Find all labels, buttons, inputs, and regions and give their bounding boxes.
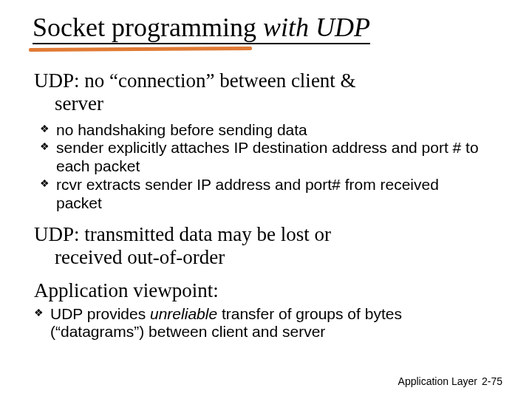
subhead1-line2: server [55,92,488,115]
list-item: rcvr extracts sender IP address and port… [40,176,480,213]
title-text-italic: with UDP [263,13,370,42]
list-item: UDP provides unreliable transfer of grou… [34,305,480,342]
bullet-list-1: no handshaking before sending data sende… [40,121,502,213]
bullet2-em: unreliable [150,305,217,322]
subhead1-line1: UDP: no “connection” between client & [34,69,356,92]
footer-label: Application Layer [398,375,477,387]
subhead2-line2: received out-of-order [55,246,502,269]
slide-title: Socket programming with UDP [33,13,370,43]
title-underline [33,43,370,44]
bullet-list-2: UDP provides unreliable transfer of grou… [34,305,502,342]
slide: Socket programming with UDP UDP: no “con… [0,0,532,399]
marker-highlight [29,47,252,52]
list-item: no handshaking before sending data [40,121,480,140]
subheading-udp-lost: UDP: transmitted data may be lost or rec… [33,223,502,269]
title-text-roman: Socket programming [33,13,263,42]
bullet2-prefix: UDP provides [50,305,150,322]
subhead2-line1: UDP: transmitted data may be lost or [34,223,331,245]
footer-page-number: 2-75 [482,375,502,387]
footer: Application Layer2-75 [398,375,502,387]
subheading-udp-no-connection: UDP: no “connection” between client & se… [33,69,502,115]
title-wrap: Socket programming with UDP [33,13,370,43]
list-item: sender explicitly attaches IP destinatio… [40,139,480,176]
subheading-app-viewpoint: Application viewpoint: [33,279,502,302]
